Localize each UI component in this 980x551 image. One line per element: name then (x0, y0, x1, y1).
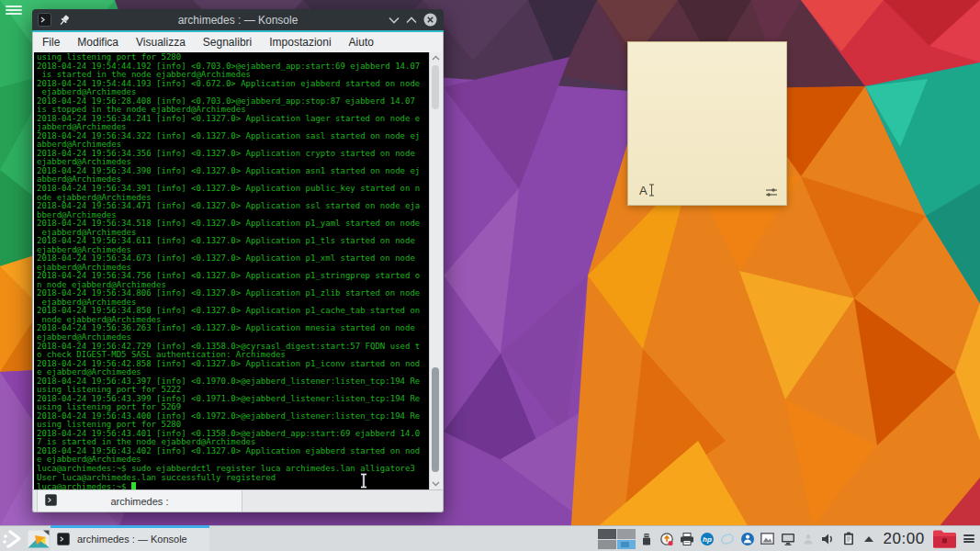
scrollbar-down-arrow-icon[interactable] (430, 478, 442, 489)
pager-desktop-4[interactable] (617, 540, 636, 550)
desktop-toolbox-hamburger-icon[interactable] (5, 4, 23, 18)
pin-icon[interactable] (58, 14, 71, 27)
menu-item-segnalibri[interactable]: Segnalibri (203, 36, 252, 49)
note-settings-icon[interactable] (765, 187, 778, 197)
menu-bar: FileModificaVisualizzaSegnalibriImpostaz… (33, 32, 443, 52)
clipboard-icon[interactable] (841, 532, 856, 546)
window-titlebar[interactable]: archimedes : — Konsole (32, 9, 444, 30)
pager-desktop-3[interactable] (598, 540, 616, 550)
note-text-area[interactable]: A (639, 184, 655, 197)
terminal-view[interactable]: using listening port for 52802018-04-24 … (34, 52, 442, 489)
tab-bar: archimedes : (33, 489, 443, 512)
terminal-cursor (131, 482, 136, 489)
system-tray: hp (639, 532, 876, 546)
panel-hamburger-icon[interactable] (963, 534, 974, 545)
pager-window-thumb (621, 542, 629, 547)
konsole-task-icon (57, 533, 70, 545)
display-icon[interactable] (781, 532, 795, 546)
hp-icon[interactable]: hp (700, 532, 715, 546)
terminal-line-48: User luca@archimedes.lan successfully re… (37, 474, 429, 483)
kde-launcher-icon (1, 529, 25, 549)
pager-desktop-2[interactable] (617, 529, 636, 539)
konsole-tab-icon (45, 494, 57, 506)
tab-label: archimedes : (111, 496, 169, 507)
menu-item-aiuto[interactable]: Aiuto (349, 36, 374, 49)
red-folder-icon[interactable] (932, 529, 957, 549)
active-task-highlight (51, 525, 209, 528)
menu-item-impostazioni[interactable]: Impostazioni (269, 36, 331, 49)
volume-icon[interactable] (821, 532, 836, 546)
user-online-icon[interactable] (740, 532, 755, 546)
task-label: archimedes : — Konsole (77, 534, 187, 545)
folder-view-button[interactable] (26, 526, 51, 551)
app-launcher-button[interactable] (0, 526, 26, 551)
note-text: A (639, 184, 648, 197)
terminal-scrollbar[interactable] (429, 52, 442, 489)
menu-item-modifica[interactable]: Modifica (77, 36, 118, 49)
user-away-icon[interactable] (801, 532, 816, 546)
svg-text:hp: hp (703, 535, 712, 544)
terminal-line-49: luca@archimedes:~$ (37, 482, 429, 489)
minimize-button[interactable] (389, 17, 400, 24)
menu-item-file[interactable]: File (42, 36, 60, 49)
close-button[interactable] (423, 13, 437, 27)
menu-item-visualizza[interactable]: Visualizza (136, 36, 186, 49)
scrollbar-ghost (432, 65, 439, 109)
window-title: archimedes : — Konsole (32, 14, 444, 27)
terminal-output: using listening port for 52802018-04-24 … (37, 53, 429, 489)
updates-icon[interactable] (659, 532, 674, 546)
scrollbar-thumb[interactable] (432, 367, 439, 472)
printer-icon[interactable] (680, 532, 694, 546)
device-notifier-icon[interactable] (639, 532, 654, 546)
desktop-folder-icon (28, 530, 50, 548)
tray-expand-icon[interactable] (862, 532, 876, 546)
screenshot-icon[interactable] (760, 532, 775, 546)
taskbar-panel: archimedes : — Konsole hp (0, 525, 980, 551)
task-button-konsole[interactable]: archimedes : — Konsole (51, 526, 209, 551)
clock[interactable]: 20:00 (884, 530, 925, 548)
pager-desktop-1[interactable] (598, 529, 616, 539)
virtual-desktop-pager (598, 528, 631, 549)
touchpad-icon[interactable] (720, 532, 735, 546)
konsole-icon (38, 13, 51, 27)
sticky-note-widget[interactable]: A (627, 41, 787, 206)
tab-archimedes[interactable]: archimedes : (37, 490, 242, 512)
maximize-button[interactable] (406, 17, 417, 24)
note-text-cursor (648, 184, 655, 197)
scrollbar-up-arrow-icon[interactable] (430, 52, 442, 63)
konsole-window: archimedes : — Konsole FileModificaVisua… (32, 9, 444, 512)
